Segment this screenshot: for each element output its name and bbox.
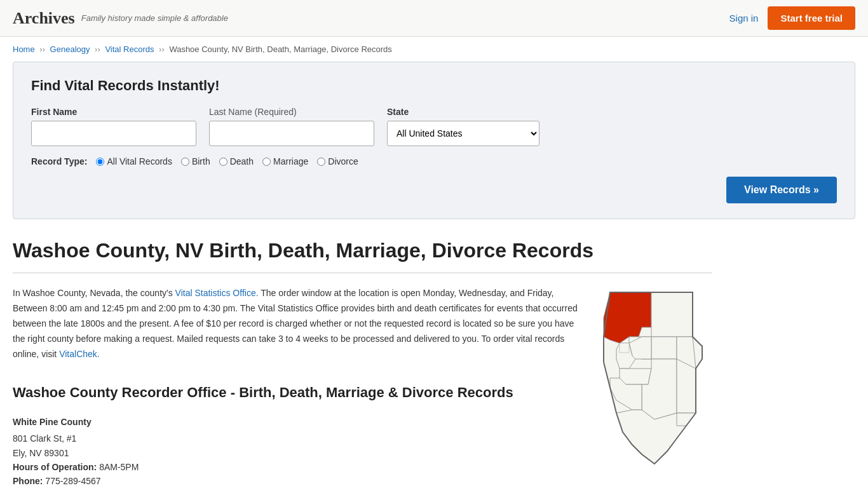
first-name-input[interactable] [31,121,196,146]
content-divider [13,273,712,273]
first-name-label: First Name [31,107,196,117]
address2: Ely, NV 89301 [13,446,578,460]
radio-all-vital-label: All Vital Records [107,156,172,166]
breadcrumb-sep-3: ›› [159,44,166,54]
start-trial-button[interactable]: Start free trial [768,6,855,30]
address1: 801 Clark St, #1 [13,431,578,445]
svg-marker-4 [651,337,677,359]
radio-divorce[interactable]: Divorce [317,156,358,166]
state-select[interactable]: All United States Nevada California [387,121,539,146]
breadcrumb-sep-1: ›› [39,44,47,54]
breadcrumb-vital-records[interactable]: Vital Records [105,44,154,54]
header-left: Archives Family history made simple & af… [13,9,228,28]
state-group: State All United States Nevada Californi… [387,107,539,146]
last-name-group: Last Name (Required) [209,107,374,146]
radio-birth-label: Birth [192,156,210,166]
radio-marriage-label: Marriage [273,156,308,166]
search-fields: First Name Last Name (Required) State Al… [31,107,837,146]
radio-death[interactable]: Death [219,156,254,166]
hours-line: Hours of Operation: 8AM-5PM [13,460,578,474]
hours-label: Hours of Operation: [13,462,97,472]
last-name-input[interactable] [209,121,374,146]
phone-label: Phone: [13,476,43,486]
county-name: White Pine County [13,415,578,429]
breadcrumb-current: Washoe County, NV Birth, Death, Marriage… [169,44,391,54]
recorder-heading: Washoe County Recorder Office - Birth, D… [13,381,578,404]
site-logo: Archives [13,9,75,28]
vital-stats-link[interactable]: Vital Statistics Office. [175,288,259,298]
radio-birth-input[interactable] [181,158,189,166]
svg-marker-8 [620,343,629,353]
first-name-group: First Name [31,107,196,146]
search-container: Find Vital Records Instantly! First Name… [13,62,855,219]
content-text: In Washoe County, Nevada, the county's V… [13,286,578,488]
record-type-row: Record Type: All Vital Records Birth Dea… [31,156,837,166]
radio-marriage[interactable]: Marriage [262,156,308,166]
site-header: Archives Family history made simple & af… [0,0,868,37]
radio-all-vital-input[interactable] [96,158,104,166]
radio-divorce-input[interactable] [317,158,325,166]
state-label: State [387,107,539,117]
page-heading: Washoe County, NV Birth, Death, Marriage… [13,238,712,262]
nevada-map [591,286,712,472]
phone-value: 775-289-4567 [45,476,100,486]
main-content: Washoe County, NV Birth, Death, Marriage… [0,232,724,488]
phone-line: Phone: 775-289-4567 [13,474,578,488]
content-with-map: In Washoe County, Nevada, the county's V… [13,286,712,488]
search-title: Find Vital Records Instantly! [31,78,837,94]
intro-paragraph: In Washoe County, Nevada, the county's V… [13,286,578,362]
radio-death-label: Death [230,156,254,166]
radio-marriage-input[interactable] [262,158,271,166]
county-info: White Pine County 801 Clark St, #1 Ely, … [13,415,578,488]
svg-marker-11 [677,359,696,413]
breadcrumb-sep-2: ›› [95,44,102,54]
nevada-map-svg [591,286,712,470]
view-records-button[interactable]: View Records » [726,177,837,203]
radio-death-input[interactable] [219,158,227,166]
recorder-section: Washoe County Recorder Office - Birth, D… [13,381,578,488]
site-tagline: Family history made simple & affordable [81,13,228,23]
svg-marker-14 [677,413,696,426]
radio-birth[interactable]: Birth [181,156,210,166]
breadcrumb: Home ›› Genealogy ›› Vital Records ›› Wa… [0,37,868,62]
radio-divorce-label: Divorce [328,156,358,166]
vitalchek-link[interactable]: VitalChek. [59,349,100,359]
last-name-label: Last Name (Required) [209,107,374,117]
breadcrumb-genealogy[interactable]: Genealogy [50,44,90,54]
svg-marker-9 [620,369,651,384]
record-type-label: Record Type: [31,156,87,166]
hours-value: 8AM-5PM [99,462,139,472]
breadcrumb-home[interactable]: Home [13,44,35,54]
radio-all-vital[interactable]: All Vital Records [96,156,172,166]
header-right: Sign in Start free trial [729,6,855,30]
svg-marker-2 [651,292,693,337]
sign-in-link[interactable]: Sign in [729,13,759,24]
